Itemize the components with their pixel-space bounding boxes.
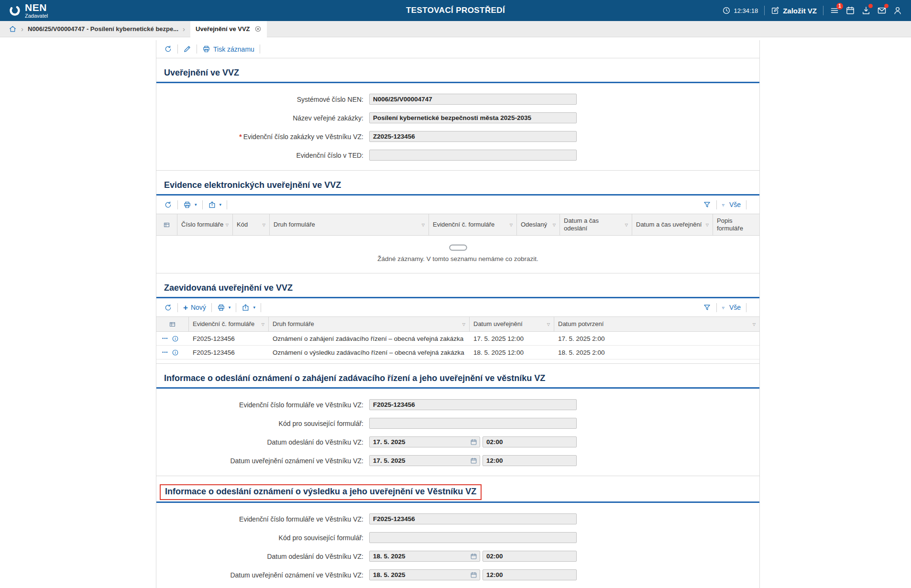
cell-form-number: F2025-123456 bbox=[189, 335, 269, 342]
show-all-button[interactable]: ▿ Vše bbox=[722, 201, 741, 208]
chevron-down-icon: ▿ bbox=[722, 305, 724, 310]
create-vz-button[interactable]: Založit VZ bbox=[771, 6, 817, 15]
toolbar-separator bbox=[716, 303, 717, 312]
column-header[interactable]: Datum potvrzení▽ bbox=[554, 317, 759, 331]
calendar-picker-button[interactable] bbox=[470, 457, 477, 464]
profile-button[interactable] bbox=[893, 6, 902, 15]
datetime-field bbox=[369, 569, 577, 580]
evidence-section-title: Evidence elektronických uveřejnění ve VV… bbox=[164, 180, 341, 190]
info-icon[interactable] bbox=[172, 349, 179, 356]
form-row: *Evidenční číslo zakázky ve Věstníku VZ: bbox=[156, 131, 759, 142]
table-row[interactable]: ••• F2025-123456 Oznámení o výsledku zad… bbox=[156, 346, 759, 359]
column-header[interactable]: Číslo formuláře▽ bbox=[177, 214, 233, 235]
grid-icon bbox=[169, 321, 176, 328]
form-row: Systémové číslo NEN: bbox=[156, 94, 759, 105]
column-header[interactable]: Datum a čas odeslání▽ bbox=[560, 214, 632, 235]
opening-sent-time-input[interactable] bbox=[483, 436, 577, 447]
result-sent-date-input[interactable] bbox=[369, 551, 480, 562]
new-record-button[interactable]: + Nový bbox=[183, 304, 206, 312]
table-padding bbox=[156, 359, 759, 363]
cell-published: 18. 5. 2025 12:00 bbox=[470, 349, 554, 356]
calendar-icon bbox=[470, 571, 477, 578]
row-menu-icon[interactable]: ••• bbox=[162, 350, 168, 355]
required-asterisk: * bbox=[239, 133, 241, 141]
system-number-input[interactable] bbox=[369, 94, 577, 105]
breadcrumb-parent[interactable]: N006/25/V00004747 - Posílení kybernetick… bbox=[28, 25, 178, 33]
opening-published-time-input[interactable] bbox=[483, 455, 577, 466]
breadcrumb-current-tab[interactable]: Uveřejnění ve VVZ bbox=[190, 21, 266, 37]
column-settings-button[interactable] bbox=[156, 317, 189, 331]
field-label: Datum uveřejnění oznámení ve Věstníku VZ… bbox=[156, 457, 369, 465]
table-row[interactable]: ••• F2025-123456 Oznámení o zahájení zad… bbox=[156, 332, 759, 346]
menu-button[interactable]: 1 bbox=[830, 6, 839, 15]
export-button[interactable]: ▾ bbox=[208, 201, 222, 209]
field-label: Kód pro související formulář: bbox=[156, 534, 369, 542]
column-settings-button[interactable] bbox=[156, 214, 177, 235]
refresh-button[interactable] bbox=[164, 45, 172, 53]
messages-button[interactable] bbox=[877, 6, 887, 15]
calendar-picker-button[interactable] bbox=[470, 571, 477, 578]
cell-form-type: Oznámení o zahájení zadávacího řízení – … bbox=[269, 335, 470, 342]
toolbar-separator bbox=[236, 303, 236, 312]
result-published-time-input[interactable] bbox=[483, 569, 577, 580]
opening-related-code-input[interactable] bbox=[369, 418, 577, 429]
breadcrumb: › N006/25/V00004747 - Posílení kyberneti… bbox=[0, 21, 911, 37]
calendar-button[interactable] bbox=[845, 6, 855, 15]
vvz-number-input[interactable] bbox=[369, 131, 577, 142]
column-header[interactable]: Evidenční č. formuláře▽ bbox=[429, 214, 517, 235]
print-list-button[interactable]: ▾ bbox=[217, 304, 231, 312]
opening-sent-date-input[interactable] bbox=[369, 436, 480, 447]
contract-name-input[interactable] bbox=[369, 112, 577, 123]
show-all-button[interactable]: ▿ Vše bbox=[722, 304, 741, 311]
datetime-field bbox=[369, 551, 577, 562]
row-menu-icon[interactable]: ••• bbox=[162, 337, 168, 341]
chevron-down-icon: ▿ bbox=[722, 202, 724, 207]
section-opening-info: Informace o odeslání oznámení o zahájení… bbox=[156, 364, 759, 476]
result-sent-time-input[interactable] bbox=[483, 551, 577, 562]
close-tab-button[interactable] bbox=[254, 25, 262, 33]
topbar: NEN Zadavatel TESTOVACÍ PROSTŘEDÍ 12:34:… bbox=[0, 0, 911, 21]
column-header[interactable]: Odeslaný▽ bbox=[517, 214, 560, 235]
nen-logo[interactable]: NEN Zadavatel bbox=[9, 2, 48, 19]
calendar-picker-button[interactable] bbox=[470, 553, 477, 560]
calendar-icon bbox=[470, 553, 477, 560]
form-row: Název veřejné zakázky: bbox=[156, 112, 759, 123]
downloads-button[interactable] bbox=[861, 6, 871, 15]
result-related-code-input[interactable] bbox=[369, 532, 577, 543]
column-header[interactable]: Datum uveřejnění▽ bbox=[470, 317, 554, 331]
filter-button[interactable] bbox=[703, 304, 711, 312]
print-record-button[interactable]: Tisk záznamu bbox=[202, 45, 254, 53]
column-header[interactable]: Druh formuláře▽ bbox=[269, 317, 470, 331]
filter-triangle-icon: ▽ bbox=[706, 223, 709, 227]
opening-published-date-input[interactable] bbox=[369, 455, 480, 466]
section-result-info: Informace o odeslání oznámení o výsledku… bbox=[156, 476, 759, 588]
refresh-button[interactable] bbox=[164, 201, 172, 209]
column-header[interactable]: Druh formuláře▽ bbox=[270, 214, 429, 235]
ted-number-input[interactable] bbox=[369, 150, 577, 161]
calendar-icon bbox=[470, 457, 477, 464]
list-filter-area: ▿ Vše bbox=[703, 303, 752, 312]
home-button[interactable] bbox=[9, 25, 17, 33]
info-icon[interactable] bbox=[172, 335, 179, 342]
filter-triangle-icon: ▽ bbox=[226, 223, 229, 227]
opening-info-form: Evidenční číslo formuláře ve Věstníku VZ… bbox=[156, 389, 759, 476]
filter-triangle-icon: ▽ bbox=[625, 223, 628, 227]
result-published-date-input[interactable] bbox=[369, 569, 480, 580]
print-list-button[interactable]: ▾ bbox=[183, 201, 197, 209]
calendar-picker-button[interactable] bbox=[470, 438, 477, 446]
opening-form-number-input[interactable] bbox=[369, 399, 577, 410]
evidence-toolbar: ▾ ▾ ▿ Vše bbox=[156, 196, 759, 214]
refresh-button[interactable] bbox=[164, 304, 172, 312]
row-actions: ••• bbox=[156, 335, 189, 342]
result-form-number-input[interactable] bbox=[369, 513, 577, 524]
export-button[interactable]: ▾ bbox=[241, 304, 255, 312]
column-header[interactable]: Popis formuláře bbox=[713, 214, 759, 235]
empty-state-icon bbox=[449, 243, 468, 252]
clock-display: 12:34:18 bbox=[722, 6, 758, 15]
column-header[interactable]: Evidenční č. formuláře▽ bbox=[189, 317, 269, 331]
column-header[interactable]: Datum a čas uveřejnění▽ bbox=[632, 214, 713, 235]
edit-button[interactable] bbox=[183, 45, 191, 53]
column-header[interactable]: Kód▽ bbox=[233, 214, 270, 235]
filter-button[interactable] bbox=[703, 201, 711, 209]
filter-triangle-icon: ▽ bbox=[263, 223, 265, 227]
